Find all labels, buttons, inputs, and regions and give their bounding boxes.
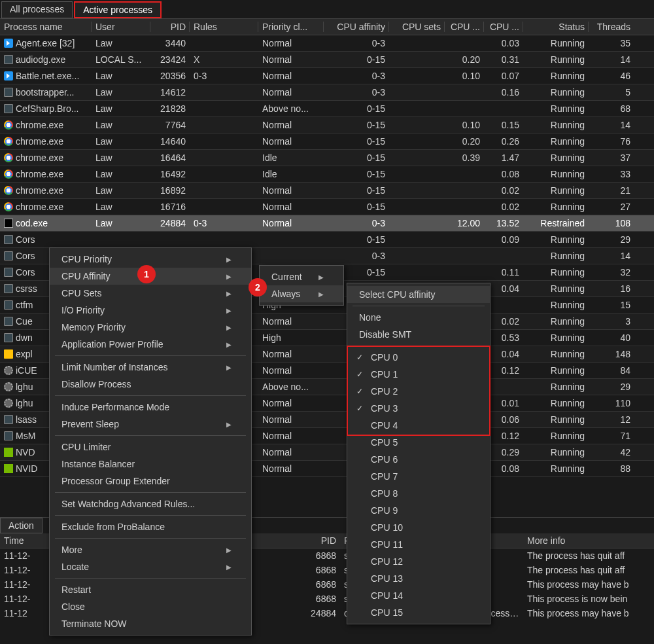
process-icon bbox=[4, 88, 13, 97]
col-threads[interactable]: Threads bbox=[589, 19, 634, 35]
process-name: lghu bbox=[16, 382, 33, 392]
cell-priority: Normal bbox=[258, 117, 324, 133]
menu-item-label: Induce Performance Mode bbox=[61, 402, 169, 412]
col-cpu-sets[interactable]: CPU sets bbox=[389, 19, 445, 35]
cpu-checkbox-item[interactable]: CPU 7 bbox=[347, 468, 490, 485]
menu-item[interactable]: Induce Performance Mode bbox=[50, 399, 251, 416]
menu-item[interactable]: Instance Balancer bbox=[50, 456, 251, 473]
col-cpu-a[interactable]: CPU ... bbox=[445, 19, 484, 35]
menu-item[interactable]: Limit Number of Instances▶ bbox=[50, 359, 251, 376]
menu-item[interactable]: Exclude from ProBalance bbox=[50, 518, 251, 535]
process-row[interactable]: chrome.exe Law 16492 Idle 0-15 0.08 Runn… bbox=[0, 166, 654, 183]
cell-rules bbox=[190, 106, 258, 111]
cell-threads: 148 bbox=[589, 346, 634, 362]
cell-status: Running bbox=[523, 101, 589, 116]
process-row[interactable]: chrome.exe Law 16716 Normal 0-15 0.02 Ru… bbox=[0, 199, 654, 215]
cpu-checkbox-item[interactable]: CPU 12 bbox=[347, 553, 490, 570]
process-row[interactable]: chrome.exe Law 16892 Normal 0-15 0.02 Ru… bbox=[0, 183, 654, 199]
col-process-name[interactable]: Process name bbox=[0, 19, 92, 35]
cell-affinity: 0-15 bbox=[324, 134, 389, 149]
menu-item[interactable]: Prevent Sleep▶ bbox=[50, 416, 251, 433]
menu-item[interactable]: Terminate NOW bbox=[50, 615, 251, 632]
process-row[interactable]: audiodg.exe LOCAL S... 23424 X Normal 0-… bbox=[0, 52, 654, 68]
cpu-checkbox-item[interactable]: CPU 9 bbox=[347, 502, 490, 519]
col-status[interactable]: Status bbox=[523, 19, 589, 35]
process-icon bbox=[4, 268, 13, 277]
cell-threads: 15 bbox=[589, 297, 634, 313]
cpu-checkbox-item[interactable]: CPU 8 bbox=[347, 485, 490, 502]
cell-cpu-b: 0.31 bbox=[484, 52, 523, 67]
cpu-affinity-menu[interactable]: Select CPU affinity None Disable SMT CPU… bbox=[347, 283, 490, 624]
chevron-right-icon: ▶ bbox=[226, 421, 232, 428]
col-cpu-b[interactable]: CPU ... bbox=[484, 19, 523, 35]
cpu-checkbox-item[interactable]: CPU 2 bbox=[347, 383, 490, 400]
cpu-checkbox-item[interactable]: CPU 13 bbox=[347, 570, 490, 587]
cpu-checkbox-item[interactable]: CPU 15 bbox=[347, 604, 490, 621]
menu-disable-smt[interactable]: Disable SMT bbox=[347, 326, 490, 343]
cell-cpu-a bbox=[445, 106, 484, 111]
menu-always[interactable]: Always ▶ bbox=[260, 285, 343, 302]
process-row[interactable]: cod.exe Law 24884 0-3 Normal 0-3 12.00 1… bbox=[0, 215, 654, 232]
process-row[interactable]: CefSharp.Bro... Law 21828 Above no... 0-… bbox=[0, 101, 654, 117]
menu-item[interactable]: Close bbox=[50, 598, 251, 615]
cell-rules: 0-3 bbox=[190, 68, 258, 84]
cpu-checkbox-item[interactable]: CPU 6 bbox=[347, 451, 490, 468]
chevron-right-icon: ▶ bbox=[318, 274, 324, 281]
cpu-checkbox-item[interactable]: CPU 0 bbox=[347, 349, 490, 366]
process-row[interactable]: Cors 0-15 0.09 Running 29 bbox=[0, 232, 654, 248]
menu-select-cpu-affinity[interactable]: Select CPU affinity bbox=[347, 286, 490, 303]
process-row[interactable]: Battle.net.exe... Law 20356 0-3 Normal 0… bbox=[0, 68, 654, 84]
cpu-checkbox-item[interactable]: CPU 5 bbox=[347, 434, 490, 451]
log-col-pid[interactable]: PID bbox=[281, 533, 340, 548]
cell-priority: Normal bbox=[258, 412, 324, 427]
menu-item[interactable]: Disallow Process bbox=[50, 376, 251, 393]
menu-item[interactable]: CPU Priority▶ bbox=[50, 251, 251, 268]
cell-threads: 110 bbox=[589, 395, 634, 411]
cell-status: Running bbox=[523, 134, 589, 149]
menu-item[interactable]: I/O Priority▶ bbox=[50, 302, 251, 319]
menu-item[interactable]: Memory Priority▶ bbox=[50, 319, 251, 336]
process-row[interactable]: chrome.exe Law 16464 Idle 0-15 0.39 1.47… bbox=[0, 150, 654, 166]
col-affinity[interactable]: CPU affinity bbox=[324, 19, 389, 35]
menu-item[interactable]: More▶ bbox=[50, 541, 251, 558]
col-user[interactable]: User bbox=[92, 19, 150, 35]
process-row[interactable]: chrome.exe Law 14640 Normal 0-15 0.20 0.… bbox=[0, 134, 654, 150]
cell-cpu-a: 0.10 bbox=[445, 117, 484, 133]
cell-cpu-b: 0.09 bbox=[484, 232, 523, 247]
cell-cpu-sets bbox=[389, 188, 445, 193]
tab-actions[interactable]: Action bbox=[0, 518, 43, 533]
menu-item[interactable]: Restart bbox=[50, 581, 251, 598]
cpu-checkbox-item[interactable]: CPU 14 bbox=[347, 587, 490, 604]
cell-user: Law bbox=[92, 35, 150, 51]
cpu-checkbox-item[interactable]: CPU 11 bbox=[347, 536, 490, 553]
cell-pid: 16464 bbox=[150, 150, 190, 166]
menu-separator bbox=[55, 355, 246, 356]
menu-item[interactable]: Application Power Profile▶ bbox=[50, 336, 251, 353]
tab-active-processes[interactable]: Active processes bbox=[74, 1, 162, 18]
cpu-checkbox-item[interactable]: CPU 4 bbox=[347, 417, 490, 434]
menu-current[interactable]: Current ▶ bbox=[260, 268, 343, 285]
menu-item-label: Close bbox=[61, 601, 85, 612]
process-row[interactable]: Agent.exe [32] Law 3440 Normal 0-3 0.03 … bbox=[0, 35, 654, 52]
menu-item[interactable]: Set Watchdog Advanced Rules... bbox=[50, 495, 251, 512]
process-name: audiodg.exe bbox=[16, 54, 65, 65]
menu-item[interactable]: CPU Sets▶ bbox=[50, 285, 251, 302]
context-menu[interactable]: CPU Priority▶CPU Affinity▶CPU Sets▶I/O P… bbox=[49, 247, 252, 635]
col-rules[interactable]: Rules bbox=[190, 19, 258, 35]
cpu-checkbox-item[interactable]: CPU 1 bbox=[347, 366, 490, 383]
col-pid[interactable]: PID bbox=[150, 19, 190, 35]
affinity-submenu[interactable]: Current ▶ Always ▶ bbox=[259, 265, 344, 306]
menu-item[interactable]: CPU Limiter bbox=[50, 438, 251, 456]
col-priority[interactable]: Priority cl... bbox=[258, 19, 324, 35]
tab-all-processes[interactable]: All processes bbox=[1, 1, 73, 18]
cpu-checkbox-item[interactable]: CPU 10 bbox=[347, 519, 490, 536]
cpu-checkbox-item[interactable]: CPU 3 bbox=[347, 400, 490, 417]
menu-item-label: Terminate NOW bbox=[61, 618, 127, 629]
log-col-more[interactable]: More info bbox=[523, 533, 641, 548]
process-row[interactable]: bootstrapper... Law 14612 Normal 0-3 0.1… bbox=[0, 84, 654, 101]
process-row[interactable]: chrome.exe Law 7764 Normal 0-15 0.10 0.1… bbox=[0, 117, 654, 134]
menu-item[interactable]: Locate▶ bbox=[50, 558, 251, 575]
menu-item[interactable]: Processor Group Extender bbox=[50, 473, 251, 490]
menu-none[interactable]: None bbox=[347, 309, 490, 326]
cell-affinity: 0-15 bbox=[324, 52, 389, 67]
